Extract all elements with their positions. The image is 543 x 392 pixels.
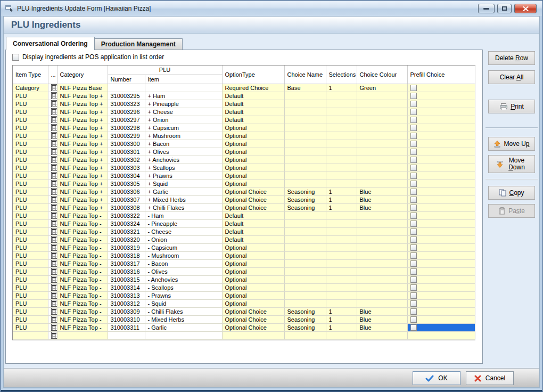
cell-category[interactable]: NLF Pizza Top - [57, 211, 108, 219]
cell-category[interactable]: NLF Pizza Top - [57, 291, 108, 299]
cell-option-type[interactable]: Optional [222, 275, 284, 283]
cell-lookup[interactable] [48, 275, 57, 283]
cell-item[interactable]: - Mushroom [145, 251, 222, 259]
cell-item[interactable]: - Pineapple [145, 219, 222, 227]
cell-item[interactable]: - Ham [145, 211, 222, 219]
prefill-choice-checkbox[interactable] [410, 236, 417, 243]
cell-option-type[interactable]: Optional [222, 140, 284, 148]
cell-prefill[interactable] [407, 148, 475, 156]
cell-category[interactable]: NLF Pizza Top + [57, 148, 108, 156]
cell-choice-name[interactable]: Seasoning [284, 307, 326, 315]
cell-selections[interactable]: 1 [326, 315, 357, 323]
cell-number[interactable]: 310003323 [108, 100, 145, 108]
cell-selections[interactable] [326, 156, 357, 164]
cell-item[interactable]: - Olives [145, 267, 222, 275]
cell-category[interactable]: NLF Pizza Top - [57, 243, 108, 251]
cell-prefill[interactable] [407, 307, 475, 315]
row-lookup-icon[interactable] [51, 228, 57, 235]
cell-selections[interactable] [326, 227, 357, 235]
cell-item[interactable]: + Olives [145, 148, 222, 156]
tab-production-management[interactable]: Production Management [95, 38, 183, 50]
cell-category[interactable]: NLF Pizza Top + [57, 187, 108, 195]
cell-choice-name[interactable] [284, 275, 326, 283]
cell-lookup[interactable] [48, 100, 57, 108]
cell-option-type[interactable]: Optional Choice [222, 307, 284, 315]
cell-choice-colour[interactable]: Blue [357, 307, 407, 315]
cell-choice-name[interactable] [284, 291, 326, 299]
prefill-choice-checkbox[interactable] [410, 308, 417, 315]
cell-item[interactable]: + Garlic [145, 187, 222, 195]
cell-option-type[interactable]: Default [222, 235, 284, 243]
cell-item-type[interactable]: PLU [13, 211, 48, 219]
cell-category[interactable]: NLF Pizza Top + [57, 100, 108, 108]
cell-lookup[interactable] [48, 315, 57, 323]
cell-choice-name[interactable] [284, 172, 326, 179]
cell-choice-colour[interactable] [357, 156, 407, 164]
cell-choice-name[interactable] [284, 267, 326, 275]
cell-item-type[interactable]: PLU [13, 156, 48, 164]
cell-selections[interactable] [326, 243, 357, 251]
cell-choice-colour[interactable] [357, 227, 407, 235]
cell-lookup[interactable] [48, 179, 57, 187]
cell-number[interactable]: 310003308 [108, 203, 145, 211]
cell-item-type[interactable]: PLU [13, 283, 48, 291]
cell-item[interactable]: + Bacon [145, 140, 222, 148]
cell-prefill[interactable] [407, 187, 475, 195]
cell-choice-colour[interactable]: Blue [357, 195, 407, 203]
cell-option-type[interactable]: Optional [222, 156, 284, 164]
cell-lookup[interactable] [48, 299, 57, 307]
cell-item-type[interactable]: PLU [13, 307, 48, 315]
row-lookup-icon[interactable] [51, 220, 57, 227]
cell-prefill[interactable] [407, 92, 475, 100]
cell-selections[interactable] [326, 299, 357, 307]
cell-item[interactable]: - Prawns [145, 291, 222, 299]
cell-number[interactable]: 310003306 [108, 187, 145, 195]
cell-choice-colour[interactable] [357, 179, 407, 187]
row-lookup-icon[interactable] [51, 156, 57, 163]
cell-selections[interactable] [326, 267, 357, 275]
cell-selections[interactable] [326, 331, 357, 339]
prefill-choice-checkbox[interactable] [410, 173, 417, 179]
tab-conversational-ordering[interactable]: Conversational Ordering [6, 37, 95, 50]
cell-prefill[interactable] [407, 211, 475, 219]
cell-number[interactable]: 310003320 [108, 235, 145, 243]
row-lookup-icon[interactable] [51, 148, 57, 155]
cell-number[interactable]: 310003301 [108, 148, 145, 156]
prefill-choice-checkbox[interactable] [410, 213, 417, 219]
row-lookup-icon[interactable] [51, 188, 57, 195]
cell-number[interactable]: 310003304 [108, 172, 145, 179]
cell-selections[interactable]: 1 [326, 84, 357, 92]
cell-selections[interactable] [326, 179, 357, 187]
cancel-button[interactable]: Cancel [466, 371, 514, 385]
cell-selections[interactable]: 1 [326, 187, 357, 195]
cell-item[interactable]: + Chilli Flakes [145, 203, 222, 211]
prefill-choice-checkbox[interactable] [410, 228, 417, 235]
row-lookup-icon[interactable] [51, 260, 57, 267]
cell-option-type[interactable]: Optional Choice [222, 203, 284, 211]
cell-category[interactable]: NLF Pizza Top - [57, 275, 108, 283]
cell-category[interactable]: NLF Pizza Top - [57, 259, 108, 267]
col-header-selections[interactable]: Selections [326, 66, 357, 84]
cell-choice-colour[interactable] [357, 124, 407, 132]
prefill-choice-checkbox[interactable] [410, 93, 417, 99]
display-list-order-label[interactable]: Display ingredients at POS application i… [22, 53, 164, 61]
cell-prefill[interactable] [407, 132, 475, 140]
cell-selections[interactable]: 1 [326, 307, 357, 315]
cell-category[interactable]: NLF Pizza Top + [57, 156, 108, 164]
cell-choice-name[interactable] [284, 100, 326, 108]
cell-selections[interactable] [326, 164, 357, 172]
prefill-choice-checkbox[interactable] [410, 141, 417, 147]
row-lookup-icon[interactable] [51, 124, 57, 131]
delete-row-button[interactable]: Delete Row [488, 51, 535, 65]
cell-choice-colour[interactable] [357, 259, 407, 267]
cell-item[interactable]: - Onion [145, 235, 222, 243]
col-header-category[interactable]: Category [57, 66, 108, 84]
cell-item[interactable]: + Prawns [145, 172, 222, 179]
cell-item[interactable]: + Anchovies [145, 156, 222, 164]
cell-choice-colour[interactable] [357, 251, 407, 259]
copy-button[interactable]: Copy [488, 186, 535, 200]
cell-option-type[interactable]: Optional Choice [222, 315, 284, 323]
cell-item[interactable]: - Squid [145, 299, 222, 307]
cell-choice-colour[interactable]: Blue [357, 315, 407, 323]
cell-category[interactable]: NLF Pizza Top + [57, 172, 108, 179]
